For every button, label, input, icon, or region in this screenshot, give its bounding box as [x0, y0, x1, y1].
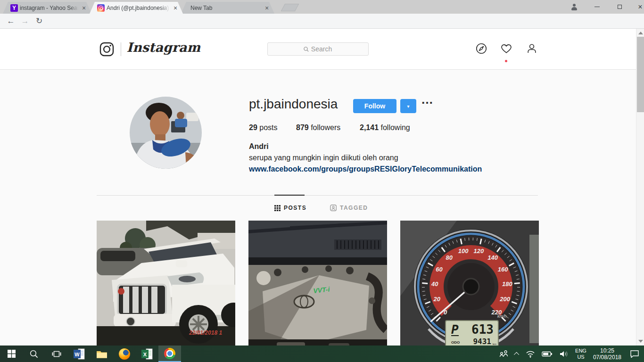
window-minimize-button[interactable] — [586, 0, 607, 14]
profile-picture[interactable] — [130, 97, 202, 169]
wifi-icon[interactable] — [526, 350, 535, 358]
post-thumbnail-engine[interactable]: VVT-i — [248, 221, 387, 346]
taskbar-chrome-button[interactable] — [158, 346, 181, 362]
svg-text:X: X — [143, 351, 147, 357]
search-input[interactable]: Search — [267, 42, 369, 56]
window-restore-button[interactable] — [609, 0, 630, 14]
instagram-favicon — [97, 4, 105, 12]
instagram-glyph-logo[interactable] — [99, 42, 114, 57]
close-icon: × — [638, 3, 642, 11]
svg-text:200: 200 — [499, 296, 510, 303]
ellipsis-icon: … — [421, 92, 434, 107]
word-icon: W — [74, 348, 85, 360]
scroll-up-arrow-icon[interactable] — [638, 32, 643, 34]
more-options-button[interactable]: … — [421, 92, 434, 107]
people-icon[interactable] — [499, 350, 509, 358]
lcd-odo-label: ODO — [451, 340, 460, 345]
tab-title: instagram - Yahoo Search — [20, 5, 78, 11]
instagram-navbar: Instagram Search — [0, 29, 636, 70]
posts-count: 29 posts — [249, 123, 277, 132]
follow-options-button[interactable]: ▾ — [400, 99, 416, 113]
taskbar-search-button[interactable] — [23, 346, 45, 362]
svg-text:W: W — [74, 351, 80, 357]
gauge-unit-label: km/h — [497, 314, 507, 319]
tab-instagram-profile[interactable]: Andri (@pt.jbaindonesia) × — [90, 2, 183, 14]
window-close-button[interactable]: × — [630, 0, 644, 14]
notification-dot — [505, 60, 507, 62]
activity-heart-icon[interactable] — [501, 43, 512, 54]
reload-icon: ↻ — [36, 16, 42, 25]
battery-icon[interactable] — [542, 351, 553, 357]
volume-icon[interactable] — [559, 350, 569, 358]
following-count[interactable]: 2,141 following — [360, 123, 410, 132]
back-button[interactable]: ← — [5, 16, 17, 27]
taskbar-word-button[interactable]: W — [68, 346, 91, 362]
chrome-icon — [164, 348, 175, 359]
clock[interactable]: 10:25 07/08/2018 — [593, 347, 621, 361]
svg-text:140: 140 — [487, 254, 498, 261]
search-icon — [30, 350, 38, 358]
profile-person-icon[interactable] — [526, 43, 537, 54]
profile-bio: serupa yang mungkin ingin diikuti oleh o… — [249, 154, 398, 162]
forward-button: → — [19, 16, 31, 27]
post-thumbnail-suv[interactable]: 22/01/2018 1 — [97, 221, 235, 346]
profile-icon — [571, 4, 578, 10]
browser-toolbar: ← → ↻ Secure https://www.instagram.com/p… — [0, 14, 644, 29]
system-tray: ENG US 10:25 07/08/2018 — [499, 346, 644, 362]
tab-close-icon[interactable]: × — [80, 4, 88, 12]
tray-expand-chevron-icon[interactable] — [514, 352, 519, 357]
page-scrollbar[interactable] — [636, 29, 644, 346]
action-center-icon[interactable] — [630, 350, 639, 358]
forward-icon: → — [21, 16, 29, 25]
svg-text:80: 80 — [446, 254, 453, 261]
yahoo-favicon: Y — [10, 4, 18, 12]
scroll-down-arrow-icon[interactable] — [638, 340, 643, 343]
browser-profile-button[interactable] — [564, 0, 585, 14]
browser-tab-strip: Y instagram - Yahoo Search × Andri (@pt.… — [0, 0, 644, 14]
tab-new-tab[interactable]: New Tab × — [181, 2, 274, 14]
profile-fullname: Andri — [249, 142, 269, 151]
divider — [97, 195, 538, 196]
tab-yahoo-search[interactable]: Y instagram - Yahoo Search × — [3, 2, 91, 14]
active-tab-indicator — [274, 195, 305, 196]
start-button[interactable] — [0, 346, 23, 362]
lcd-gear-indicator: P — [451, 322, 459, 337]
lcd-trip-value: 613 — [471, 322, 494, 337]
new-tab-button[interactable] — [281, 4, 299, 11]
tab-title: Andri (@pt.jbaindonesia) — [107, 5, 170, 11]
instagram-wordmark[interactable]: Instagram — [127, 40, 201, 55]
svg-text:160: 160 — [498, 266, 508, 273]
svg-text:20: 20 — [433, 296, 441, 303]
taskbar-file-explorer-button[interactable] — [91, 346, 113, 362]
lcd-odo-value: 9431 — [473, 337, 491, 346]
post-thumbnail-speedometer[interactable]: 020406080100120140160180200220 km/h P 61… — [400, 221, 539, 346]
task-view-button[interactable] — [45, 346, 68, 362]
page-viewport: Instagram Search — [0, 29, 644, 346]
language-indicator[interactable]: ENG US — [575, 348, 586, 360]
reload-button[interactable]: ↻ — [33, 16, 45, 27]
grid-icon — [274, 205, 281, 211]
taskbar-firefox-button[interactable] — [113, 346, 136, 362]
follow-button[interactable]: Follow — [353, 99, 396, 113]
minimize-icon — [594, 7, 600, 7]
svg-text:120: 120 — [474, 247, 484, 255]
chevron-down-icon: ▾ — [407, 104, 409, 109]
tab-title: New Tab — [190, 5, 261, 11]
task-view-icon — [52, 350, 61, 358]
profile-website-link[interactable]: www.facebook.com/groups/groupsRESIGloryT… — [249, 165, 482, 173]
svg-text:40: 40 — [431, 280, 438, 288]
divider — [121, 42, 121, 56]
firefox-icon — [119, 348, 130, 360]
tab-close-icon[interactable]: × — [263, 4, 271, 12]
tab-tagged[interactable]: TAGGED — [330, 205, 368, 211]
restore-icon — [618, 5, 622, 9]
screen: Y instagram - Yahoo Search × Andri (@pt.… — [0, 0, 644, 362]
tab-close-icon[interactable]: × — [172, 4, 179, 12]
taskbar-excel-button[interactable]: X — [136, 346, 158, 362]
scrollbar-thumb[interactable] — [637, 37, 644, 112]
clock-time: 10:25 — [593, 347, 621, 354]
followers-count[interactable]: 879 followers — [296, 123, 340, 132]
tab-posts[interactable]: POSTS — [274, 205, 306, 211]
svg-text:180: 180 — [502, 280, 512, 288]
explore-compass-icon[interactable] — [476, 43, 487, 54]
